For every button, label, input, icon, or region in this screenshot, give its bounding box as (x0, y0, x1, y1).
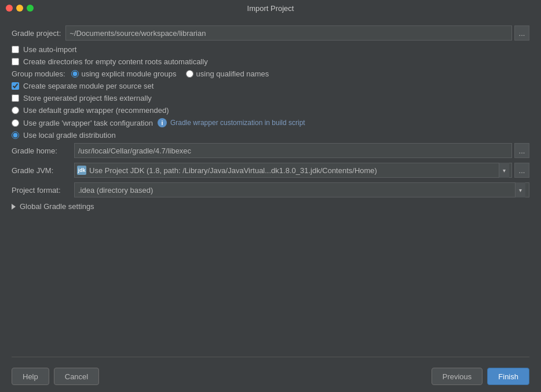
store-generated-row: Store generated project files externally (12, 94, 529, 102)
jdk-icon: jdk (77, 166, 86, 175)
dialog-body: Gradle project: ... Use auto-import Crea… (0, 16, 541, 392)
group-explicit-label[interactable]: using explicit module groups (82, 69, 177, 78)
gradle-project-browse-button[interactable]: ... (514, 25, 529, 41)
right-buttons: Previous Finish (432, 368, 529, 385)
jdk-text: Use Project JDK (1.8, path: /Library/Jav… (89, 166, 496, 175)
maximize-button[interactable] (27, 5, 34, 12)
project-format-select-wrap[interactable]: .idea (directory based) ▾ (74, 182, 529, 197)
group-explicit-radio[interactable] (71, 70, 79, 78)
info-icon: i (158, 118, 167, 127)
default-gradle-wrapper-row: Use default gradle wrapper (recommended) (12, 106, 529, 115)
create-separate-module-label[interactable]: Create separate module per source set (23, 82, 153, 90)
auto-import-row: Use auto-import (12, 45, 529, 54)
gradle-wrapper-info-text: Gradle wrapper customization in build sc… (170, 119, 305, 127)
gradle-jvm-browse-button[interactable]: ... (514, 163, 529, 178)
close-button[interactable] (6, 5, 13, 12)
default-gradle-wrapper-label[interactable]: Use default gradle wrapper (recommended) (23, 106, 169, 115)
project-format-dropdown-arrow[interactable]: ▾ (515, 182, 525, 197)
gradle-project-row: Gradle project: ... (12, 25, 529, 41)
gradle-jvm-label: Gradle JVM: (12, 166, 70, 175)
gradle-home-input[interactable] (74, 143, 512, 158)
global-gradle-settings-row[interactable]: Global Gradle settings (12, 202, 529, 211)
window-controls[interactable] (6, 5, 34, 12)
local-gradle-radio[interactable] (12, 131, 19, 139)
title-bar: Import Project (0, 0, 541, 16)
jdk-label: Use Project JDK (89, 166, 144, 175)
finish-button[interactable]: Finish (487, 368, 529, 385)
group-qualified-radio[interactable] (186, 70, 193, 78)
group-qualified-option: using qualified names (186, 69, 269, 78)
minimize-button[interactable] (16, 5, 23, 12)
left-buttons: Help Cancel (12, 368, 99, 385)
button-divider (12, 357, 529, 357)
jdk-detail: (1.8, path: /Library/Java/JavaVirtual...… (147, 166, 377, 175)
group-explicit-option: using explicit module groups (71, 69, 177, 78)
store-generated-label[interactable]: Store generated project files externally (23, 94, 152, 102)
gradle-wrapper-task-radio[interactable] (12, 119, 19, 127)
gradle-home-row: Gradle home: ... (12, 143, 529, 158)
gradle-project-label: Gradle project: (12, 29, 61, 38)
expand-triangle-icon (12, 204, 16, 210)
group-modules-row: Group modules: using explicit module gro… (12, 69, 529, 78)
auto-import-checkbox[interactable] (12, 46, 19, 53)
create-directories-label[interactable]: Create directories for empty content roo… (23, 57, 208, 66)
local-gradle-label[interactable]: Use local gradle distribution (23, 131, 116, 140)
gradle-wrapper-task-row: Use gradle 'wrapper' task configuration … (12, 118, 529, 127)
project-format-label: Project format: (12, 186, 70, 195)
group-modules-radio-group: using explicit module groups using quali… (71, 69, 269, 78)
gradle-jvm-row: Gradle JVM: jdk Use Project JDK (1.8, pa… (12, 163, 529, 178)
auto-import-label[interactable]: Use auto-import (23, 45, 76, 54)
button-bar: Help Cancel Previous Finish (12, 363, 529, 385)
group-qualified-label[interactable]: using qualified names (196, 69, 269, 78)
default-gradle-wrapper-radio[interactable] (12, 107, 19, 114)
create-directories-row: Create directories for empty content roo… (12, 57, 529, 66)
gradle-home-browse-button[interactable]: ... (514, 143, 529, 158)
gradle-project-input[interactable] (65, 25, 512, 41)
gradle-wrapper-task-label[interactable]: Use gradle 'wrapper' task configuration (23, 119, 153, 127)
create-separate-module-row: Create separate module per source set (12, 82, 529, 90)
local-gradle-row: Use local gradle distribution (12, 131, 529, 140)
form-body: Gradle project: ... Use auto-import Crea… (12, 25, 529, 351)
project-format-text: .idea (directory based) (78, 186, 513, 195)
gradle-jvm-select-wrap[interactable]: jdk Use Project JDK (1.8, path: /Library… (74, 163, 512, 178)
help-button[interactable]: Help (12, 368, 49, 385)
cancel-button[interactable]: Cancel (54, 368, 99, 385)
jdk-dropdown-arrow[interactable]: ▾ (499, 163, 509, 178)
window-title: Import Project (247, 4, 294, 13)
jdk-icon-text: jdk (78, 167, 85, 173)
global-gradle-label: Global Gradle settings (20, 202, 94, 211)
project-format-row: Project format: .idea (directory based) … (12, 182, 529, 197)
gradle-home-label: Gradle home: (12, 146, 70, 155)
previous-button[interactable]: Previous (432, 368, 483, 385)
group-modules-label: Group modules: (12, 69, 65, 78)
create-separate-module-checkbox[interactable] (12, 82, 19, 90)
store-generated-checkbox[interactable] (12, 94, 19, 102)
create-directories-checkbox[interactable] (12, 58, 19, 65)
